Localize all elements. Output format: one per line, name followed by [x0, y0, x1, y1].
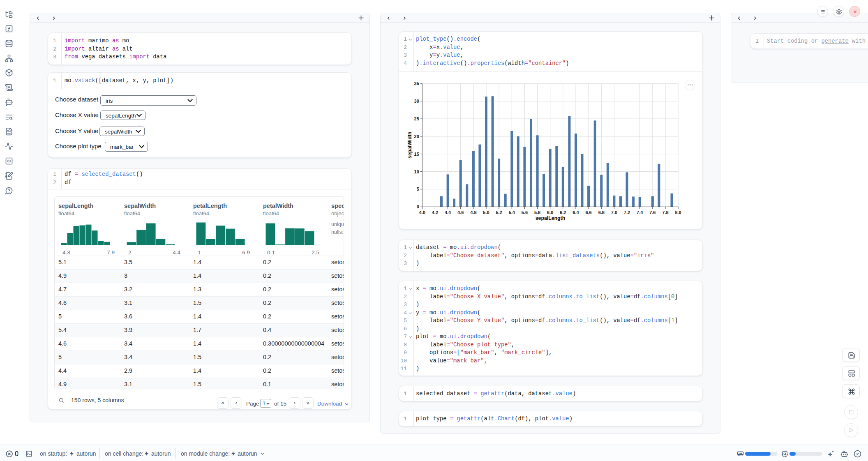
- svg-text:4.6: 4.6: [457, 210, 464, 215]
- svg-text:sepalLength: sepalLength: [536, 215, 565, 221]
- svg-text:7.8: 7.8: [662, 210, 668, 215]
- svg-text:25: 25: [414, 116, 419, 121]
- svg-text:6.2: 6.2: [560, 210, 566, 215]
- svg-text:7.0: 7.0: [611, 210, 617, 215]
- svg-text:6.8: 6.8: [598, 210, 605, 215]
- svg-text:5: 5: [417, 187, 419, 191]
- svg-text:0: 0: [417, 204, 419, 209]
- svg-text:15: 15: [414, 152, 419, 157]
- svg-text:5.2: 5.2: [496, 210, 502, 215]
- svg-text:4.4: 4.4: [445, 210, 451, 215]
- svg-text:10: 10: [414, 169, 419, 174]
- svg-text:30: 30: [414, 99, 419, 104]
- svg-text:7.4: 7.4: [637, 210, 643, 215]
- svg-text:4.8: 4.8: [470, 210, 476, 215]
- svg-text:35: 35: [414, 81, 419, 86]
- svg-text:6.0: 6.0: [547, 210, 553, 215]
- svg-text:7.6: 7.6: [649, 210, 656, 215]
- svg-text:4.0: 4.0: [419, 210, 425, 215]
- svg-text:sepalWidth: sepalWidth: [407, 131, 413, 158]
- svg-text:6.6: 6.6: [585, 210, 591, 215]
- svg-text:5.6: 5.6: [522, 210, 528, 215]
- svg-text:20: 20: [414, 134, 419, 139]
- svg-text:6.4: 6.4: [573, 210, 579, 215]
- svg-text:8.0: 8.0: [675, 210, 681, 215]
- svg-text:5.0: 5.0: [483, 210, 489, 215]
- svg-text:5.8: 5.8: [534, 210, 540, 215]
- svg-text:4.2: 4.2: [432, 210, 438, 215]
- svg-text:5.4: 5.4: [509, 210, 515, 215]
- svg-text:7.2: 7.2: [624, 210, 630, 215]
